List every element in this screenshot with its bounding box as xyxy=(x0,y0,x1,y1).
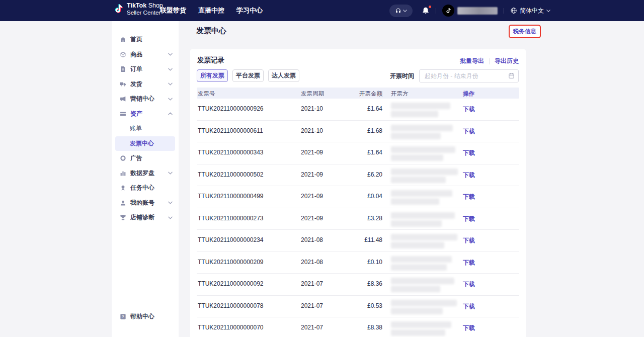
download-link[interactable]: 下载 xyxy=(463,215,475,223)
sidebar-item-order[interactable]: 订单 xyxy=(112,62,179,77)
sidebar-subitem-invoice-center[interactable]: 发票中心 xyxy=(115,136,175,151)
bell-icon xyxy=(422,7,430,15)
chevron-down-icon xyxy=(546,10,550,12)
help-icon: ? xyxy=(120,313,126,320)
tab-all-invoices[interactable]: 所有发票 xyxy=(197,69,228,82)
sidebar-item-label: 数据罗盘 xyxy=(130,169,154,178)
table-row: TTUK2021100000005022021-09£6.20下载 xyxy=(197,164,519,187)
batch-export-link[interactable]: 批量导出 xyxy=(460,57,484,65)
table-row: TTUK2021100000006112021-10£1.68下载 xyxy=(197,121,519,143)
product-icon xyxy=(120,51,126,58)
sidebar-item-home[interactable]: 首页 xyxy=(112,32,179,47)
issuer-redacted xyxy=(391,168,458,183)
col-action: 操作 xyxy=(463,90,474,98)
invoice-period-cell: 2021-08 xyxy=(301,259,323,266)
tab-creator-invoices[interactable]: 达人发票 xyxy=(268,69,299,82)
sidebar-item-shipping[interactable]: 发货 xyxy=(112,77,179,92)
invoice-number-cell: TTUK202110000000078 xyxy=(198,302,264,309)
globe-icon xyxy=(510,7,517,14)
notifications-button[interactable] xyxy=(422,7,430,15)
tax-info-button[interactable]: 税务信息 xyxy=(510,26,539,37)
support-button[interactable] xyxy=(389,5,413,17)
invoice-amount-cell: £11.48 xyxy=(325,236,382,243)
topbar: TikTok Shop Seller Center 联盟带货直播中控学习中心 简… xyxy=(0,0,644,21)
sidebar-item-label: 我的账号 xyxy=(130,199,154,207)
download-link[interactable]: 下载 xyxy=(463,105,475,114)
sidebar-item-label: 订单 xyxy=(130,65,142,73)
issuer-redacted xyxy=(391,212,455,227)
redaction-blur xyxy=(391,256,452,263)
tab-platform-invoices[interactable]: 平台发票 xyxy=(232,69,264,82)
invoice-period-cell: 2021-07 xyxy=(301,280,323,287)
invoice-period-cell: 2021-09 xyxy=(301,149,323,156)
download-link[interactable]: 下载 xyxy=(463,324,475,332)
chevron-down-icon xyxy=(168,53,173,56)
date-range-input[interactable] xyxy=(419,69,519,82)
redaction-blur xyxy=(391,286,440,292)
topnav-item-1[interactable]: 联盟带货 xyxy=(160,6,186,15)
redaction-blur xyxy=(391,321,451,328)
sidebar-item-label: 首页 xyxy=(130,35,142,44)
topnav-item-3[interactable]: 学习中心 xyxy=(236,6,263,15)
tiktok-shop-logo[interactable]: TikTok Shop Seller Center xyxy=(114,3,163,16)
invoice-records-card: 发票记录 批量导出 导出历史 所有发票平台发票达人发票 开票时间 发票号 发票周… xyxy=(190,49,526,337)
sidebar-item-marketing[interactable]: 营销中心 xyxy=(112,92,179,107)
issuer-redacted xyxy=(391,125,453,139)
download-link[interactable]: 下载 xyxy=(463,149,475,157)
redaction-blur xyxy=(391,125,453,131)
page-title: 发票中心 xyxy=(196,26,226,36)
download-link[interactable]: 下载 xyxy=(463,171,475,180)
sidebar-item-product[interactable]: 商品 xyxy=(112,47,179,62)
issuer-redacted xyxy=(391,321,451,336)
tiktok-shop-seller-center-page: { "colors": { "accent": "#5146C2", "topb… xyxy=(0,0,644,337)
table-header: 发票号 发票周期 开票金额 开票方 操作 xyxy=(197,88,519,99)
annotation-highlight: 税务信息 xyxy=(509,25,541,38)
svg-text:?: ? xyxy=(122,315,124,318)
download-link[interactable]: 下载 xyxy=(463,302,475,311)
sidebar-item-tasks[interactable]: 任务中心 xyxy=(112,181,179,196)
topbar-nav: 联盟带货直播中控学习中心 xyxy=(160,0,263,21)
sidebar-item-account[interactable]: 我的账号 xyxy=(112,196,179,211)
table-row: TTUK2021100000009262021-10£1.64下载 xyxy=(197,99,519,121)
language-selector[interactable]: 简体中文 xyxy=(510,7,550,15)
invoice-number-cell: TTUK202110000000234 xyxy=(198,236,264,243)
col-issuer: 开票方 xyxy=(391,90,409,98)
invoice-amount-cell: £1.64 xyxy=(325,149,382,156)
invoice-date-filter: 开票时间 xyxy=(390,69,519,82)
divider xyxy=(436,8,436,14)
chevron-down-icon xyxy=(403,10,407,12)
export-history-link[interactable]: 导出历史 xyxy=(495,57,519,65)
calendar-icon[interactable] xyxy=(508,72,515,79)
redaction-blur xyxy=(391,177,446,183)
topnav-item-2[interactable]: 直播中控 xyxy=(198,6,224,15)
chevron-down-icon xyxy=(168,201,173,204)
sidebar-item-diagnosis[interactable]: 店铺诊断 xyxy=(112,210,179,225)
sidebar-item-analytics[interactable]: 数据罗盘 xyxy=(112,166,179,181)
sidebar-item-help-center[interactable]: ?帮助中心 xyxy=(112,309,179,324)
sidebar-item-assets[interactable]: 资产 xyxy=(112,107,179,122)
col-amount: 开票金额 xyxy=(325,90,382,98)
sidebar-subitem-label: 账单 xyxy=(130,124,142,133)
divider xyxy=(489,58,490,64)
sidebar-subitem-bills[interactable]: 账单 xyxy=(115,121,175,136)
invoice-period-cell: 2021-09 xyxy=(301,171,323,178)
download-link[interactable]: 下载 xyxy=(463,280,475,289)
invoice-number-cell: TTUK202110000000070 xyxy=(198,324,264,331)
redaction-blur xyxy=(391,103,450,109)
home-icon xyxy=(120,36,126,43)
download-link[interactable]: 下载 xyxy=(463,236,475,245)
avatar[interactable] xyxy=(442,5,454,17)
redaction-blur xyxy=(391,234,457,240)
redaction-blur xyxy=(391,300,457,306)
download-link[interactable]: 下载 xyxy=(463,259,475,267)
table-row: TTUK2021100000002342021-08£11.48下载 xyxy=(197,230,519,252)
download-link[interactable]: 下载 xyxy=(463,127,475,136)
issuer-redacted xyxy=(391,190,452,205)
notification-red-dot xyxy=(429,6,431,8)
language-label: 简体中文 xyxy=(520,7,544,15)
table-row: TTUK2021100000000782021-07£0.53下载 xyxy=(197,296,519,318)
sidebar-item-ads[interactable]: 广告 xyxy=(112,151,179,166)
download-link[interactable]: 下载 xyxy=(463,193,475,201)
issuer-redacted xyxy=(391,234,457,248)
sidebar: 首页商品订单发货营销中心资产账单发票中心广告数据罗盘任务中心我的账号店铺诊断 ?… xyxy=(112,21,179,337)
